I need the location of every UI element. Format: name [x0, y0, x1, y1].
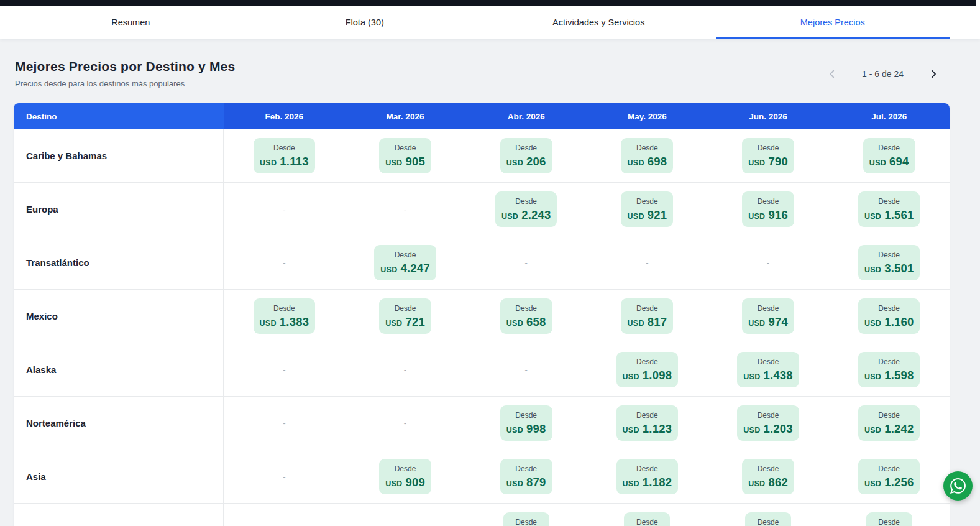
price-cell: DesdeUSD1.098	[587, 343, 708, 396]
price-chip[interactable]: DesdeUSD721	[379, 298, 431, 334]
price-chip[interactable]: DesdeUSD1.123	[616, 405, 679, 441]
pagination-next-button[interactable]	[926, 67, 941, 81]
price-chip[interactable]: DesdeUSD998	[500, 405, 552, 441]
price-chip-prefix: Desde	[623, 411, 672, 420]
price-chip-prefix: Desde	[869, 144, 909, 152]
price-chip[interactable]: DesdeUSD698	[621, 138, 673, 173]
price-amount: 4.247	[401, 262, 430, 275]
price-chip[interactable]: DesdeUSD1.113	[254, 138, 315, 173]
price-cell: DesdeUSD1.438	[708, 343, 829, 396]
price-chip[interactable]: DesdeUSD3.501	[858, 245, 920, 280]
chevron-right-icon	[927, 68, 940, 80]
price-currency: USD	[864, 372, 881, 381]
no-price-dash: -	[404, 205, 406, 214]
price-chip[interactable]: DesdeUSD	[503, 512, 549, 526]
price-chip[interactable]: DesdeUSD1.561	[858, 191, 920, 227]
price-chip[interactable]: DesdeUSD1.598	[858, 352, 920, 387]
price-value-line: USD1.242	[864, 422, 914, 436]
price-chip-prefix: Desde	[743, 411, 793, 420]
price-chip[interactable]: DesdeUSD862	[742, 459, 794, 494]
whatsapp-button[interactable]	[943, 471, 973, 501]
price-currency: USD	[864, 319, 881, 328]
no-price-dash: -	[283, 258, 285, 267]
price-cell: DesdeUSD879	[465, 450, 587, 503]
price-chip[interactable]: DesdeUSD909	[379, 459, 431, 494]
price-chip[interactable]: DesdeUSD1.438	[737, 352, 799, 387]
price-value-line: USD862	[748, 476, 788, 489]
price-currency: USD	[506, 319, 523, 328]
price-currency: USD	[623, 426, 639, 435]
price-chip[interactable]: DesdeUSD	[866, 512, 912, 526]
price-chip[interactable]: DesdeUSD658	[500, 298, 552, 334]
price-cell: -	[224, 236, 345, 289]
price-currency: USD	[627, 159, 644, 167]
price-currency: USD	[501, 212, 518, 221]
price-chip[interactable]: DesdeUSD916	[742, 191, 794, 227]
price-chip[interactable]: DesdeUSD1.160	[858, 298, 920, 334]
price-cell: DesdeUSD998	[465, 397, 587, 450]
price-chip-prefix: Desde	[748, 304, 788, 313]
price-chip[interactable]: DesdeUSD1.256	[858, 459, 920, 494]
no-price-dash: -	[646, 258, 648, 267]
price-currency: USD	[869, 159, 886, 167]
price-amount: 1.182	[643, 476, 672, 489]
price-value-line: USD1.203	[743, 422, 793, 436]
price-cell: -	[345, 343, 466, 396]
no-price-dash: -	[404, 418, 406, 428]
no-price-dash: -	[525, 258, 528, 267]
price-currency: USD	[506, 426, 523, 435]
price-amount: 698	[648, 155, 667, 168]
price-amount: 916	[768, 208, 787, 222]
scrollbar-track[interactable]	[976, 0, 980, 6]
table-header-row: Destino Feb. 2026Mar. 2026Abr. 2026May. …	[14, 103, 950, 129]
price-cell: DesdeUSD4.247	[345, 236, 466, 289]
price-amount: 721	[405, 315, 424, 329]
price-amount: 1.160	[884, 315, 914, 329]
price-chip[interactable]: DesdeUSD1.182	[616, 459, 679, 494]
price-cell: -	[224, 397, 345, 450]
tab-resumen[interactable]: Resumen	[14, 6, 248, 39]
table-row: Asia-DesdeUSD909DesdeUSD879DesdeUSD1.182…	[14, 450, 950, 504]
price-value-line: USD1.123	[623, 422, 672, 436]
no-price-dash: -	[767, 258, 769, 267]
price-chip[interactable]: DesdeUSD1.242	[858, 405, 920, 441]
price-currency: USD	[743, 426, 760, 435]
price-chip[interactable]: DesdeUSD694	[863, 138, 915, 173]
price-currency: USD	[380, 265, 397, 274]
tab-flota[interactable]: Flota (30)	[248, 6, 482, 39]
price-chip[interactable]: DesdeUSD921	[621, 191, 673, 227]
price-value-line: USD1.160	[864, 315, 914, 329]
price-chip[interactable]: DesdeUSD1.098	[616, 352, 679, 387]
price-amount: 1.561	[884, 208, 914, 222]
price-value-line: USD1.561	[864, 208, 914, 222]
price-cell: -	[224, 343, 345, 396]
price-cell: DesdeUSD909	[345, 450, 466, 503]
pagination-prev-button[interactable]	[825, 67, 840, 81]
destination-cell: Norteamérica	[14, 397, 224, 450]
price-chip[interactable]: DesdeUSD2.243	[495, 191, 557, 227]
tab-actividades-y-servicios[interactable]: Actividades y Servicios	[482, 6, 716, 39]
price-chip[interactable]: DesdeUSD817	[621, 298, 673, 334]
price-chip[interactable]: DesdeUSD790	[742, 138, 794, 173]
price-value-line: USD721	[385, 315, 425, 329]
price-amount: 1.123	[643, 422, 672, 436]
price-chip-prefix: Desde	[872, 518, 906, 526]
tab-mejores-precios[interactable]: Mejores Precios	[716, 6, 950, 39]
price-chip[interactable]: DesdeUSD206	[500, 138, 552, 173]
price-chip[interactable]: DesdeUSD1.203	[737, 405, 799, 441]
price-cell: -	[345, 183, 466, 236]
price-chip[interactable]: DesdeUSD	[745, 512, 791, 526]
column-header-month: Jul. 2026	[828, 103, 950, 129]
table-row: Transatlántico-DesdeUSD4.247---DesdeUSD3…	[14, 236, 950, 290]
price-chip-prefix: Desde	[864, 464, 914, 473]
price-cell: DesdeUSD206	[465, 129, 587, 182]
price-chip-prefix: Desde	[627, 144, 667, 152]
price-chip[interactable]: DesdeUSD879	[500, 459, 552, 494]
price-chip[interactable]: DesdeUSD	[624, 512, 670, 526]
chevron-left-icon	[826, 68, 838, 80]
price-chip[interactable]: DesdeUSD4.247	[374, 245, 436, 280]
price-chip[interactable]: DesdeUSD1.383	[254, 298, 316, 334]
price-chip[interactable]: DesdeUSD974	[742, 298, 794, 334]
price-chip[interactable]: DesdeUSD905	[379, 138, 431, 173]
price-amount: 206	[526, 155, 546, 168]
